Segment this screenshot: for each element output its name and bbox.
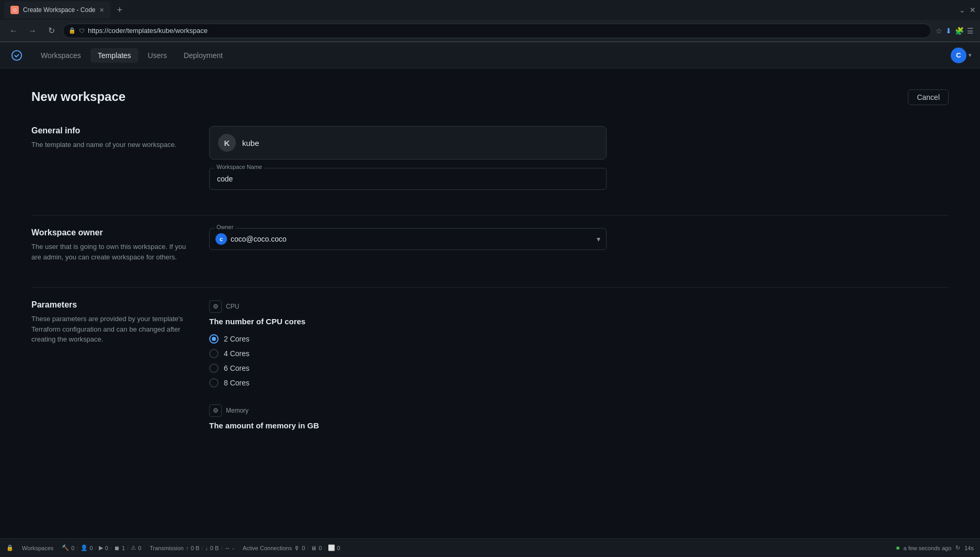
cpu-radio-group: 2 Cores 4 Cores 6 Cores 8 Cores (209, 334, 607, 388)
download-icon: ↓ (205, 545, 208, 551)
parameters-title: Parameters (31, 300, 188, 310)
reload-button[interactable]: ↻ (44, 24, 59, 38)
status-dot (896, 547, 899, 550)
window-icon: ⬜ (328, 544, 335, 551)
window-count: 0 (337, 545, 340, 551)
download-icon[interactable]: ⬇ (945, 27, 952, 35)
cpu-2cores-option[interactable]: 2 Cores (209, 334, 607, 344)
workspace-name-label: Workspace Name (214, 164, 264, 170)
status-workspaces: Workspaces (22, 545, 53, 551)
download-value: 0 B (210, 545, 219, 551)
extensions-icon[interactable]: 🧩 (955, 27, 964, 35)
nav-users[interactable]: Users (141, 48, 175, 63)
svg-point-0 (12, 50, 21, 60)
section-divider-1 (31, 215, 949, 215)
cpu-4cores-radio[interactable] (209, 349, 219, 358)
nav-deployment[interactable]: Deployment (176, 48, 230, 63)
nav-links: Workspaces Templates Users Deployment (33, 48, 951, 63)
url-text: https://coder/templates/kube/workspace (88, 27, 208, 35)
active-tab[interactable]: ⚙ Create Workspace - Code × (4, 2, 110, 18)
bookmark-icon[interactable]: ☆ (936, 27, 942, 35)
active-connections-label: Active Connections (243, 545, 292, 551)
workspace-running-icon: ▶ (99, 544, 103, 551)
user-menu[interactable]: C ▾ (951, 48, 972, 63)
cpu-2cores-label: 2 Cores (224, 335, 249, 343)
workspace-running-count: 0 (105, 545, 108, 551)
status-transmission: Transmission ↑ 0 B / ↓ 0 B / ↔ - (150, 545, 234, 551)
section-divider-2 (31, 287, 949, 288)
refresh-time: 14s (964, 545, 974, 551)
main-content: New workspace Cancel General info The te… (0, 69, 980, 539)
general-info-section: General info The template and name of yo… (31, 126, 607, 190)
menu-icon[interactable]: ☰ (967, 27, 974, 35)
upload-icon: ↑ (186, 545, 189, 551)
tab-title: Create Workspace - Code (23, 6, 96, 14)
transmission-label: Transmission (150, 545, 184, 551)
memory-category: Memory (226, 407, 248, 414)
cpu-8cores-radio[interactable] (209, 378, 219, 388)
display-count: 0 (318, 545, 322, 551)
display-icon: 🖥 (311, 545, 316, 551)
connection-dash: - (232, 545, 234, 551)
forward-button[interactable]: → (25, 24, 40, 38)
template-selector[interactable]: K kube (209, 126, 607, 160)
cpu-category: CPU (226, 303, 239, 310)
cpu-8cores-label: 8 Cores (224, 379, 249, 387)
owner-select[interactable]: coco@coco.coco (209, 228, 607, 250)
connection-icon: ↔ (224, 545, 230, 551)
nav-templates[interactable]: Templates (90, 48, 139, 63)
workspace-owner-section: Workspace owner The user that is going t… (31, 228, 607, 262)
app-logo[interactable] (8, 47, 25, 64)
tab-close-button[interactable]: × (100, 6, 104, 14)
cpu-6cores-option[interactable]: 6 Cores (209, 363, 607, 373)
url-input[interactable]: 🔒 🛡 https://coder/templates/kube/workspa… (63, 24, 931, 38)
cpu-8cores-option[interactable]: 8 Cores (209, 378, 607, 388)
logo-icon (11, 50, 22, 61)
cpu-4cores-option[interactable]: 4 Cores (209, 349, 607, 358)
general-info-content: K kube Workspace Name (209, 126, 607, 190)
workspace-building-count: 0 (71, 545, 74, 551)
cpu-icon: ⚙ (209, 300, 222, 313)
last-update: a few seconds ago (904, 545, 952, 551)
back-button[interactable]: ← (6, 24, 21, 38)
general-info-title: General info (31, 126, 188, 135)
lock-status-icon: 🔒 (6, 544, 14, 551)
workspace-stopped-count: 1 (122, 545, 125, 551)
workspace-stopped-icon: ⏹ (114, 545, 120, 551)
workspace-agent-count: 0 (90, 545, 93, 551)
page-header: New workspace Cancel (31, 89, 949, 105)
minimize-icon[interactable]: ⌄ (959, 6, 965, 14)
owner-select-wrapper: Owner c coco@coco.coco ▾ (209, 228, 607, 250)
nav-workspaces[interactable]: Workspaces (33, 48, 88, 63)
cpu-parameter: ⚙ CPU The number of CPU cores 2 Cores 4 … (209, 300, 607, 388)
browser-chrome: ⚙ Create Workspace - Code × + ⌄ ✕ ← → ↻ … (0, 0, 980, 42)
tab-bar: ⚙ Create Workspace - Code × + ⌄ ✕ (0, 0, 980, 20)
status-right: a few seconds ago ↻ 14s (896, 544, 974, 551)
parameters-label: Parameters These parameters are provided… (31, 300, 188, 438)
workspace-owner-desc: The user that is going to own this works… (31, 242, 188, 262)
new-tab-button[interactable]: + (112, 3, 127, 17)
workspace-owner-label: Workspace owner The user that is going t… (31, 228, 188, 262)
workspace-name-input[interactable] (209, 168, 607, 190)
owner-avatar: c (215, 233, 227, 245)
workspace-owner-content: Owner c coco@coco.coco ▾ (209, 228, 607, 262)
user-menu-caret: ▾ (968, 52, 972, 59)
user-avatar: C (951, 48, 966, 63)
shield-icon: 🛡 (79, 28, 85, 34)
cancel-button[interactable]: Cancel (908, 89, 949, 105)
app-navigation: Workspaces Templates Users Deployment C … (0, 42, 980, 69)
general-info-label: General info The template and name of yo… (31, 126, 188, 190)
cpu-2cores-radio[interactable] (209, 334, 219, 344)
cpu-param-header: ⚙ CPU (209, 300, 607, 313)
cpu-6cores-radio[interactable] (209, 363, 219, 373)
tab-favicon: ⚙ (10, 6, 19, 14)
close-window-icon[interactable]: ✕ (970, 6, 976, 14)
cpu-4cores-label: 4 Cores (224, 349, 249, 358)
upload-value: 0 B (191, 545, 200, 551)
cpu-param-title: The number of CPU cores (209, 317, 607, 326)
parameters-desc: These parameters are provided by your te… (31, 314, 188, 345)
workspace-agent-icon: 👤 (81, 544, 88, 551)
mic-count: 0 (302, 545, 305, 551)
lock-icon: 🔒 (69, 27, 76, 34)
memory-param-title: The amount of memory in GB (209, 421, 607, 430)
